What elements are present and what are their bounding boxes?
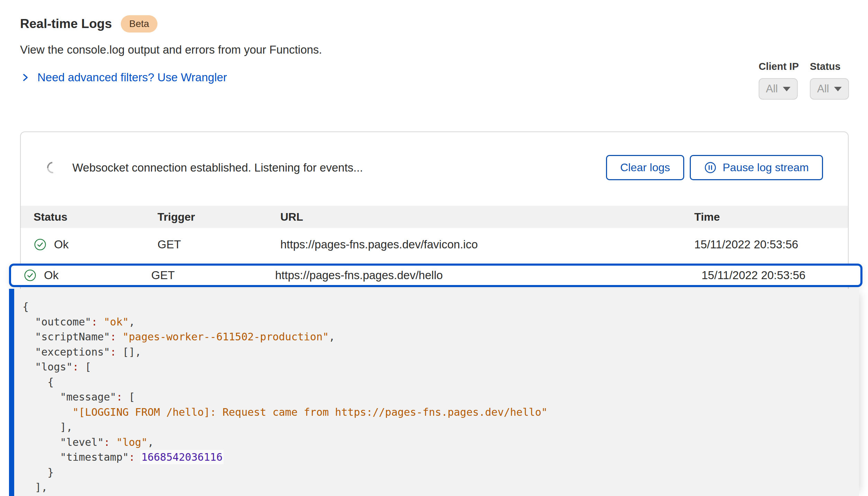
caret-down-icon [834, 87, 842, 91]
status-filter-value: All [817, 83, 829, 95]
code-line: "scriptName": "pages-worker--611502-prod… [22, 329, 859, 345]
wrangler-link[interactable]: Need advanced filters? Use Wrangler [20, 71, 322, 84]
code-line: { [22, 299, 859, 314]
check-circle-icon [34, 238, 47, 251]
log-row-favicon[interactable]: Ok GET https://pages-fns.pages.dev/favic… [21, 228, 848, 261]
code-line: "message": [ [22, 389, 859, 405]
code-line: "level": "log", [22, 435, 859, 450]
check-circle-icon [24, 269, 37, 282]
url-value: https://pages-fns.pages.dev/hello [275, 269, 702, 282]
trigger-value: GET [157, 238, 280, 251]
time-value: 15/11/2022 20:53:56 [694, 238, 848, 251]
status-cell: Ok [34, 238, 157, 251]
column-header-trigger: Trigger [157, 211, 280, 223]
wrangler-link-label: Need advanced filters? Use Wrangler [37, 71, 227, 84]
url-value: https://pages-fns.pages.dev/favicon.ico [280, 238, 694, 251]
status-value: Ok [54, 238, 69, 251]
page-title: Real-time Logs [20, 17, 112, 31]
title-row: Real-time Logs Beta [20, 15, 322, 33]
column-header-time: Time [694, 211, 848, 223]
trigger-value: GET [151, 269, 275, 282]
page-header: Real-time Logs Beta View the console.log… [20, 15, 322, 84]
pause-circle-icon [704, 161, 717, 174]
filter-status: Status All [810, 61, 849, 100]
filter-client-ip: Client IP All [759, 61, 799, 100]
log-toolbar: Websocket connection established. Listen… [21, 132, 848, 180]
code-line: "logs": [ [22, 359, 859, 375]
status-dropdown[interactable]: All [810, 78, 849, 100]
spinner-icon [45, 159, 61, 175]
status-value: Ok [44, 269, 58, 282]
filters: Client IP All Status All [759, 61, 849, 100]
caret-down-icon [783, 87, 790, 91]
client-ip-value: All [766, 83, 778, 95]
log-row-hello-selected[interactable]: Ok GET https://pages-fns.pages.dev/hello… [9, 264, 862, 287]
code-line: ], [22, 420, 859, 435]
client-ip-dropdown[interactable]: All [759, 78, 798, 100]
beta-badge: Beta [121, 15, 157, 33]
code-line: "timestamp": 1668542036116 [22, 450, 859, 465]
column-header-url: URL [280, 211, 694, 223]
websocket-status-text: Websocket connection established. Listen… [72, 161, 363, 174]
log-detail-panel: { "outcome": "ok", "scriptName": "pages-… [9, 289, 859, 496]
client-ip-label: Client IP [759, 61, 799, 72]
status-filter-label: Status [810, 61, 849, 72]
expanded-log-card: Ok GET https://pages-fns.pages.dev/hello… [9, 264, 862, 496]
toolbar-buttons: Clear logs Pause log stream [606, 155, 823, 180]
clear-logs-label: Clear logs [620, 161, 670, 174]
time-value: 15/11/2022 20:53:56 [702, 269, 860, 282]
status-cell: Ok [24, 269, 151, 282]
code-line: } [22, 465, 859, 480]
code-line: { [22, 375, 859, 390]
websocket-status: Websocket connection established. Listen… [47, 161, 363, 174]
log-detail-code: { "outcome": "ok", "scriptName": "pages-… [22, 299, 859, 495]
code-line: "exceptions": [], [22, 345, 859, 360]
chevron-right-icon [20, 72, 30, 83]
code-line: ], [22, 480, 859, 495]
page-subtitle: View the console.log output and errors f… [20, 43, 322, 56]
pause-log-stream-label: Pause log stream [723, 161, 809, 174]
column-header-status: Status [34, 211, 157, 223]
log-table-header: Status Trigger URL Time [21, 206, 848, 228]
pause-log-stream-button[interactable]: Pause log stream [690, 155, 823, 180]
code-line: "[LOGGING FROM /hello]: Request came fro… [22, 405, 859, 420]
clear-logs-button[interactable]: Clear logs [606, 155, 684, 180]
code-line: "outcome": "ok", [22, 314, 859, 330]
